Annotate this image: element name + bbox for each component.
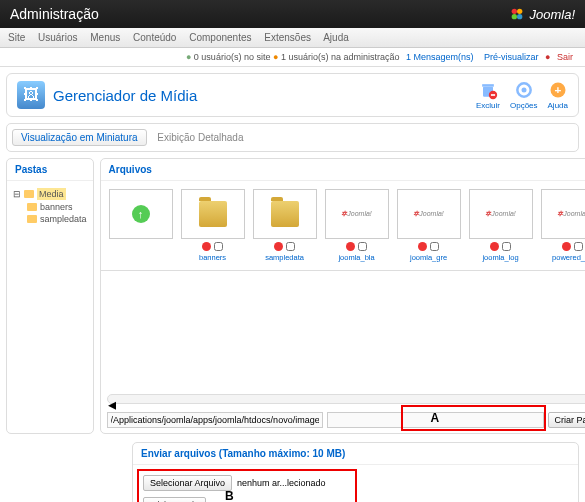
svg-rect-7 bbox=[491, 94, 495, 96]
files-panel: Arquivos ↑ banners sampledata ✲Joomla! bbox=[100, 158, 585, 434]
select-checkbox[interactable] bbox=[214, 242, 223, 251]
folder-icon bbox=[271, 201, 299, 227]
select-checkbox[interactable] bbox=[358, 242, 367, 251]
joomla-logo: Joomla! bbox=[509, 6, 575, 22]
select-checkbox[interactable] bbox=[502, 242, 511, 251]
svg-point-0 bbox=[512, 9, 517, 14]
select-checkbox[interactable] bbox=[286, 242, 295, 251]
files-grid: ↑ banners sampledata ✲Joomla! joomla_bla bbox=[101, 181, 585, 270]
visitors-icon: ● bbox=[186, 52, 191, 62]
logout-link[interactable]: Sair bbox=[557, 52, 573, 62]
file-up[interactable]: ↑ bbox=[109, 189, 173, 262]
file-item[interactable]: ✲Joomla! powered_by bbox=[541, 189, 585, 262]
tree-root[interactable]: ⊟Media bbox=[13, 187, 87, 201]
annotation-label-a: A bbox=[431, 411, 440, 425]
folder-icon bbox=[199, 201, 227, 227]
page-titlebar: 🖼 Gerenciador de Mídia Excluir Opções + … bbox=[6, 73, 579, 117]
messages-link[interactable]: 1 Mensagem(ns) bbox=[406, 52, 474, 62]
preview-link[interactable]: Pré-visualizar bbox=[484, 52, 539, 62]
folder-icon bbox=[27, 215, 37, 223]
logout-icon: ● bbox=[545, 52, 550, 62]
tree-child-sampledata[interactable]: sampledata bbox=[27, 213, 87, 225]
svg-point-3 bbox=[517, 14, 522, 19]
delete-icon[interactable] bbox=[418, 242, 427, 251]
select-checkbox[interactable] bbox=[430, 242, 439, 251]
delete-icon[interactable] bbox=[274, 242, 283, 251]
svg-text:+: + bbox=[554, 83, 561, 96]
delete-icon[interactable] bbox=[490, 242, 499, 251]
file-item[interactable]: ✲Joomla! joomla_bla bbox=[325, 189, 389, 262]
select-file-button[interactable]: Selecionar Arquivo bbox=[143, 475, 232, 491]
visitors-count: 0 usuário(s) no site bbox=[194, 52, 271, 62]
up-arrow-icon: ↑ bbox=[132, 205, 150, 223]
joomla-thumb-icon: ✲Joomla! bbox=[485, 210, 516, 218]
delete-button[interactable]: Excluir bbox=[476, 80, 500, 110]
horizontal-scrollbar[interactable]: ◂▸ bbox=[107, 394, 585, 404]
upload-panel: Enviar arquivos (Tamanho máximo: 10 MB) … bbox=[132, 442, 579, 502]
gear-icon bbox=[514, 80, 534, 100]
create-folder-button[interactable]: Criar Pasta bbox=[548, 412, 585, 428]
page-title: Gerenciador de Mídia bbox=[53, 87, 197, 104]
folder-icon bbox=[24, 190, 34, 198]
admins-count: 1 usuário(s) na administração bbox=[281, 52, 400, 62]
file-item[interactable]: banners bbox=[181, 189, 245, 262]
trash-icon bbox=[478, 80, 498, 100]
files-heading: Arquivos bbox=[101, 159, 585, 181]
no-file-label: nenhum ar...lecionado bbox=[237, 478, 326, 488]
help-button[interactable]: + Ajuda bbox=[548, 80, 568, 110]
start-upload-button[interactable]: Iniciar Envio bbox=[143, 497, 206, 502]
delete-icon[interactable] bbox=[202, 242, 211, 251]
delete-icon[interactable] bbox=[562, 242, 571, 251]
svg-rect-5 bbox=[482, 84, 494, 87]
delete-icon[interactable] bbox=[346, 242, 355, 251]
menu-site[interactable]: Site bbox=[8, 32, 25, 43]
svg-point-9 bbox=[521, 88, 526, 93]
tab-detail[interactable]: Exibição Detalhada bbox=[149, 130, 251, 145]
tab-thumbnail[interactable]: Visualização em Miniatura bbox=[12, 129, 147, 146]
path-input[interactable] bbox=[107, 412, 324, 428]
menu-componentes[interactable]: Componentes bbox=[189, 32, 251, 43]
file-item[interactable]: sampledata bbox=[253, 189, 317, 262]
admin-title: Administração bbox=[10, 6, 99, 22]
header-bar: Administração Joomla! bbox=[0, 0, 585, 28]
joomla-thumb-icon: ✲Joomla! bbox=[341, 210, 372, 218]
svg-point-1 bbox=[517, 9, 522, 14]
folders-panel: Pastas ⊟Media banners sampledata bbox=[6, 158, 94, 434]
main-menu: Site Usuários Menus Conteúdo Componentes… bbox=[0, 28, 585, 48]
joomla-thumb-icon: ✲Joomla! bbox=[413, 210, 444, 218]
joomla-thumb-icon: ✲Joomla! bbox=[557, 210, 585, 218]
tree-child-banners[interactable]: banners bbox=[27, 201, 87, 213]
select-checkbox[interactable] bbox=[574, 242, 583, 251]
file-item[interactable]: ✲Joomla! joomla_log bbox=[469, 189, 533, 262]
menu-menus[interactable]: Menus bbox=[90, 32, 120, 43]
upload-heading: Enviar arquivos (Tamanho máximo: 10 MB) bbox=[133, 443, 578, 465]
svg-point-2 bbox=[512, 14, 517, 19]
annotation-label-b: B bbox=[225, 489, 234, 502]
admins-icon: ● bbox=[273, 52, 278, 62]
help-icon: + bbox=[548, 80, 568, 100]
status-bar: ● 0 usuário(s) no site ● 1 usuário(s) na… bbox=[0, 48, 585, 67]
folder-icon bbox=[27, 203, 37, 211]
media-icon: 🖼 bbox=[17, 81, 45, 109]
options-button[interactable]: Opções bbox=[510, 80, 538, 110]
menu-usuarios[interactable]: Usuários bbox=[38, 32, 77, 43]
view-tabs: Visualização em Miniatura Exibição Detal… bbox=[6, 123, 579, 152]
folders-heading: Pastas bbox=[7, 159, 93, 181]
menu-extensoes[interactable]: Extensões bbox=[264, 32, 311, 43]
file-item[interactable]: ✲Joomla! joomla_gre bbox=[397, 189, 461, 262]
menu-ajuda[interactable]: Ajuda bbox=[323, 32, 349, 43]
menu-conteudo[interactable]: Conteúdo bbox=[133, 32, 176, 43]
